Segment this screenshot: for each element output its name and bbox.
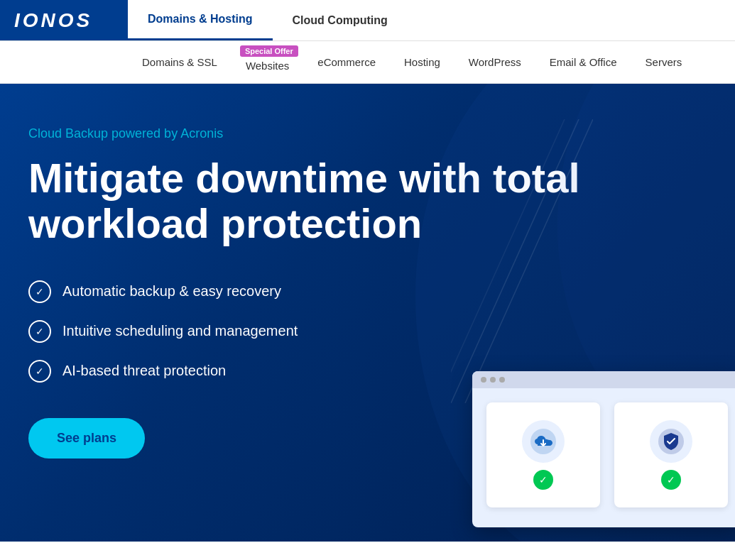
browser-window: ✓ ✓ bbox=[472, 371, 735, 527]
see-plans-button[interactable]: See plans bbox=[28, 418, 145, 459]
cloud-backup-icon bbox=[529, 427, 557, 456]
shield-card: ✓ bbox=[614, 402, 728, 507]
cloud-backup-icon-bg bbox=[522, 420, 565, 463]
svg-line-2 bbox=[451, 119, 579, 403]
top-nav: IONOS Domains & Hosting Cloud Computing bbox=[0, 0, 735, 41]
check-icon-1: ✓ bbox=[28, 280, 51, 303]
subnav-item-servers[interactable]: Servers bbox=[631, 45, 697, 79]
special-offer-badge: Special Offer bbox=[240, 45, 298, 57]
browser-dot-2 bbox=[490, 377, 496, 383]
deco-lines bbox=[451, 119, 593, 403]
feature-text-3: AI-based threat protection bbox=[62, 363, 226, 379]
header: IONOS Domains & Hosting Cloud Computing … bbox=[0, 0, 735, 84]
svg-line-3 bbox=[465, 119, 593, 403]
subnav-item-hosting[interactable]: Hosting bbox=[390, 45, 454, 79]
browser-bar bbox=[472, 371, 735, 388]
check-icon-2: ✓ bbox=[28, 320, 51, 343]
subnav-item-wordpress[interactable]: WordPress bbox=[454, 45, 535, 79]
backup-card: ✓ bbox=[486, 402, 600, 507]
sub-nav: Domains & SSL Special Offer Websites eCo… bbox=[0, 41, 735, 84]
shield-icon-bg bbox=[650, 420, 692, 463]
feature-text-2: Intuitive scheduling and management bbox=[62, 323, 298, 339]
subnav-item-websites[interactable]: Special Offer Websites bbox=[232, 41, 303, 83]
browser-mockup: ✓ ✓ bbox=[472, 371, 735, 527]
tab-domains-hosting[interactable]: Domains & Hosting bbox=[128, 0, 273, 40]
hero-section: Cloud Backup powered by Acronis Mitigate… bbox=[0, 84, 735, 542]
subnav-websites-label: Websites bbox=[246, 60, 289, 72]
logo: IONOS bbox=[14, 9, 92, 32]
browser-dot-1 bbox=[481, 377, 486, 383]
svg-line-4 bbox=[451, 119, 565, 403]
tab-cloud-computing[interactable]: Cloud Computing bbox=[273, 0, 408, 40]
feature-text-1: Automatic backup & easy recovery bbox=[62, 283, 281, 300]
subnav-item-ecommerce[interactable]: eCommerce bbox=[303, 45, 390, 79]
logo-area: IONOS bbox=[0, 0, 128, 40]
subnav-item-email-office[interactable]: Email & Office bbox=[535, 45, 631, 79]
browser-dot-3 bbox=[499, 377, 505, 383]
subnav-item-domains-ssl[interactable]: Domains & SSL bbox=[128, 45, 232, 79]
shield-icon bbox=[657, 427, 685, 456]
check-circle-green-1: ✓ bbox=[533, 470, 553, 490]
browser-content: ✓ ✓ bbox=[472, 388, 735, 522]
check-icon-3: ✓ bbox=[28, 360, 51, 383]
check-circle-green-2: ✓ bbox=[661, 470, 681, 490]
